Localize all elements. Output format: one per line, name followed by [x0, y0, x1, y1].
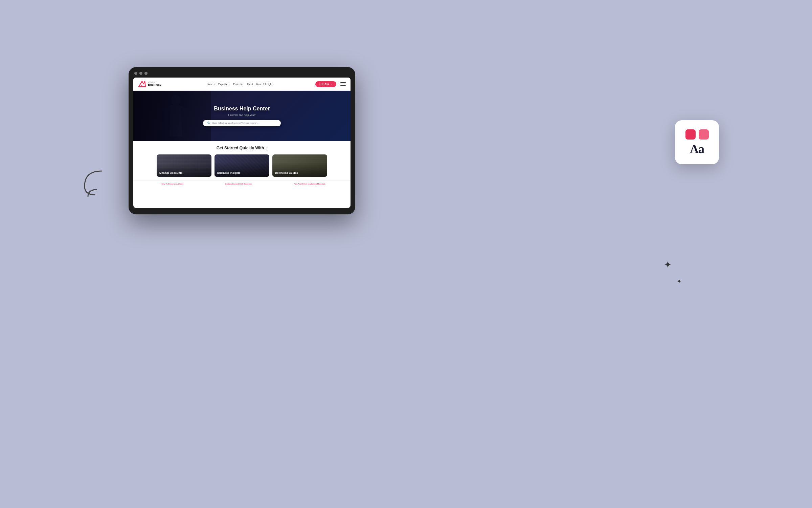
quickstart-title: Get Started Quickly With...: [139, 146, 345, 150]
hero-subtitle: How we can help you?: [203, 113, 281, 117]
bottom-link-client[interactable]: → How To Become A Client: [158, 183, 183, 185]
card-accounts[interactable]: Manage Accounts: [157, 154, 211, 177]
hero-search-bar[interactable]: 🔍: [203, 120, 281, 126]
monitor-frame: Avada Business Home▾ Expertise▾ Projects…: [129, 67, 355, 214]
logo-text: Avada Business: [148, 81, 161, 87]
nav-home[interactable]: Home▾: [207, 83, 215, 85]
hero-bg-dark: [133, 91, 211, 141]
card-business-insights[interactable]: Business Insights: [215, 154, 269, 177]
hamburger-menu-icon[interactable]: [340, 82, 346, 86]
hero-search-input[interactable]: [212, 122, 273, 124]
nav-news[interactable]: News & Insights: [256, 83, 273, 85]
widget-color-dots: [685, 129, 709, 140]
logo-name: Business: [148, 83, 161, 87]
card-download-guides[interactable]: Download Guides: [272, 154, 327, 177]
monitor-dot-1: [134, 72, 137, 75]
nav-projects[interactable]: Projects▾: [233, 83, 243, 85]
quickstart-cards: Manage Accounts Business Insights Do: [139, 154, 345, 177]
card-accounts-label: Manage Accounts: [159, 171, 182, 174]
svg-marker-5: [141, 85, 143, 87]
search-icon: 🔍: [207, 122, 210, 125]
widget-aa-text: Aa: [690, 143, 704, 155]
site-logo[interactable]: Avada Business: [138, 80, 161, 88]
hero-content: Business Help Center How we can help you…: [203, 106, 281, 126]
deco-star-small-icon: ✦: [677, 278, 682, 285]
page-background: [0, 0, 812, 508]
widget-dot-pink: [699, 129, 709, 140]
cta-button[interactable]: Let's Talk →: [315, 81, 336, 87]
hero-title: Business Help Center: [203, 106, 281, 112]
nav-about[interactable]: About: [247, 83, 253, 85]
nav-expertise[interactable]: Expertise▾: [218, 83, 230, 85]
monitor-screen: Avada Business Home▾ Expertise▾ Projects…: [133, 78, 351, 208]
monitor-dot-3: [144, 72, 148, 75]
bottom-link-marketing[interactable]: → Ads And Other Marketing Materials: [291, 183, 325, 185]
site-navbar: Avada Business Home▾ Expertise▾ Projects…: [133, 78, 351, 91]
card-download-guides-label: Download Guides: [275, 171, 298, 174]
deco-star-large-icon: ✦: [664, 259, 672, 270]
bottom-link-getting-started[interactable]: → Getting Started With Business: [223, 183, 252, 185]
logo-icon: [138, 80, 146, 88]
nav-links: Home▾ Expertise▾ Projects▾ About News & …: [167, 83, 313, 85]
monitor-titlebar: [133, 72, 351, 75]
bottom-links-row: → How To Become A Client → Getting Start…: [133, 180, 351, 187]
monitor-dot-2: [139, 72, 142, 75]
hero-section: Business Help Center How we can help you…: [133, 91, 351, 141]
font-color-widget: Aa: [675, 120, 719, 164]
widget-dot-red: [685, 129, 696, 140]
card-business-insights-label: Business Insights: [217, 171, 240, 174]
deco-curve-icon: [78, 166, 108, 200]
quickstart-section: Get Started Quickly With... Manage Accou…: [133, 141, 351, 180]
